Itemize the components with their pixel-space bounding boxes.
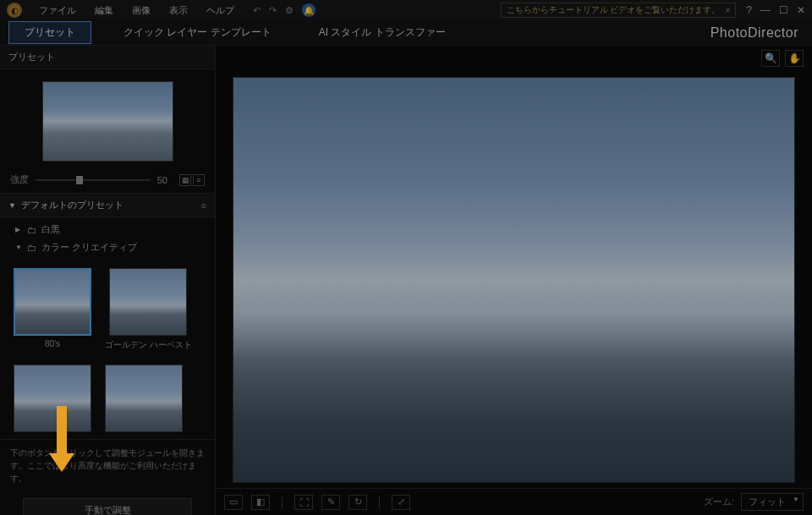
preview-thumbnail[interactable] bbox=[42, 81, 173, 162]
close-icon[interactable]: ✕ bbox=[797, 4, 805, 16]
thumbnail-grid: 80's ゴールデン ハーベスト bbox=[0, 261, 215, 439]
chevron-right-icon: ▶ bbox=[15, 226, 22, 233]
zoom-controls: ズーム: フィット bbox=[704, 493, 804, 511]
preset-thumb-golden[interactable]: ゴールデン ハーベスト bbox=[105, 268, 192, 351]
window-controls: ? — ☐ ✕ bbox=[746, 4, 805, 16]
chevron-down-icon: ▼ bbox=[8, 201, 16, 210]
menu-image[interactable]: 画像 bbox=[123, 2, 159, 19]
tree-item-bw[interactable]: ▶ 🗀 白黒 bbox=[15, 221, 215, 238]
zoom-label: ズーム: bbox=[704, 496, 734, 508]
manual-adjust-button[interactable]: 手動で調整 bbox=[23, 498, 192, 515]
folder-icon: 🗀 bbox=[27, 225, 36, 235]
menu-edit[interactable]: 編集 bbox=[86, 2, 122, 19]
banner-close-icon[interactable]: × bbox=[725, 6, 730, 15]
preset-thumb-80s[interactable]: 80's bbox=[14, 268, 91, 351]
strength-value: 50 bbox=[157, 175, 167, 185]
sidebar: プリセット 強度 50 ▦ ≡ ▼ デフォルトのプリセット ≡ ▶ 🗀 白黒 bbox=[0, 46, 216, 515]
preset-tree: ▶ 🗀 白黒 ▼ 🗀 カラー クリエイティブ bbox=[0, 217, 215, 261]
banner-text: こちらからチュートリアル ビデオをご覧いただけます。 bbox=[507, 4, 721, 16]
canvas-wrap bbox=[216, 71, 812, 488]
brush-icon[interactable]: ✎ bbox=[321, 495, 340, 510]
view-split-icon[interactable]: ◧ bbox=[251, 495, 270, 510]
preset-thumb-3[interactable] bbox=[14, 364, 91, 432]
chevron-down-icon: ▼ bbox=[15, 244, 22, 251]
folder-icon: 🗀 bbox=[27, 243, 36, 253]
grid-view-icon[interactable]: ▦ bbox=[179, 174, 191, 186]
thumb-label: 80's bbox=[45, 339, 60, 348]
separator bbox=[282, 496, 283, 509]
rotate-icon[interactable]: ↻ bbox=[348, 495, 367, 510]
maximize-icon[interactable]: ☐ bbox=[779, 4, 788, 16]
section-default-presets[interactable]: ▼ デフォルトのプリセット ≡ bbox=[0, 193, 215, 217]
gear-icon[interactable]: ⚙ bbox=[285, 5, 294, 16]
minimize-icon[interactable]: — bbox=[760, 4, 771, 16]
thumb-image bbox=[14, 364, 91, 432]
thumb-image bbox=[14, 268, 91, 336]
preview-box bbox=[0, 69, 215, 170]
bottom-bar: ▭ ◧ ⛶ ✎ ↻ ⤢ ズーム: フィット bbox=[216, 488, 812, 515]
undo-icon[interactable]: ↶ bbox=[253, 5, 261, 16]
sidebar-header: プリセット bbox=[0, 46, 215, 69]
tab-ai-style[interactable]: AI スタイル トランスファー bbox=[304, 22, 461, 43]
help-icon[interactable]: ? bbox=[746, 4, 752, 16]
separator bbox=[379, 496, 380, 509]
image-content bbox=[233, 340, 794, 481]
fullscreen-icon[interactable]: ⤢ bbox=[392, 495, 410, 510]
menubar: ◐ ファイル 編集 画像 表示 ヘルプ ↶ ↷ ⚙ 🔔 こちらからチュートリアル… bbox=[0, 0, 812, 20]
canvas-image[interactable] bbox=[233, 77, 795, 483]
brand-label: PhotoDirector bbox=[710, 25, 804, 41]
strength-label: 強度 bbox=[10, 173, 29, 186]
top-icons: ↶ ↷ ⚙ 🔔 bbox=[253, 3, 315, 17]
menu-view[interactable]: 表示 bbox=[161, 2, 196, 19]
list-view-icon[interactable]: ≡ bbox=[193, 174, 205, 186]
tree-label: カラー クリエイティブ bbox=[41, 241, 137, 254]
app-logo-icon: ◐ bbox=[7, 3, 22, 18]
canvas-area: 🔍 ✋ ▭ ◧ ⛶ ✎ ↻ ⤢ ズーム: フィット bbox=[216, 46, 812, 515]
tab-quick-layer[interactable]: クイック レイヤー テンプレート bbox=[108, 22, 287, 43]
tutorial-banner[interactable]: こちらからチュートリアル ビデオをご覧いただけます。 × bbox=[501, 3, 737, 18]
tab-preset[interactable]: プリセット bbox=[8, 21, 91, 44]
menu-help[interactable]: ヘルプ bbox=[198, 2, 243, 19]
redo-icon[interactable]: ↷ bbox=[269, 5, 277, 16]
thumb-image bbox=[105, 364, 183, 432]
strength-row: 強度 50 ▦ ≡ bbox=[0, 170, 215, 193]
strength-slider[interactable] bbox=[36, 179, 151, 181]
section-menu-icon[interactable]: ≡ bbox=[201, 200, 206, 211]
bell-icon[interactable]: 🔔 bbox=[302, 3, 315, 17]
main-area: プリセット 強度 50 ▦ ≡ ▼ デフォルトのプリセット ≡ ▶ 🗀 白黒 bbox=[0, 46, 812, 515]
view-single-icon[interactable]: ▭ bbox=[224, 495, 243, 510]
preset-thumb-4[interactable] bbox=[105, 364, 183, 432]
hint-text: 下のボタンをクリックして調整モジュールを開きます。ここではより高度な機能がご利用… bbox=[0, 439, 215, 491]
crop-icon[interactable]: ⛶ bbox=[294, 495, 313, 510]
zoom-select[interactable]: フィット bbox=[741, 493, 804, 511]
section-label: デフォルトのプリセット bbox=[21, 199, 123, 211]
menu-file[interactable]: ファイル bbox=[30, 2, 85, 19]
thumb-label: ゴールデン ハーベスト bbox=[105, 339, 192, 351]
tree-item-color-creative[interactable]: ▼ 🗀 カラー クリエイティブ bbox=[15, 238, 215, 256]
toolbar: プリセット クイック レイヤー テンプレート AI スタイル トランスファー P… bbox=[0, 20, 812, 46]
canvas-toolbar: 🔍 ✋ bbox=[216, 46, 812, 71]
tree-label: 白黒 bbox=[41, 223, 60, 236]
thumb-image bbox=[109, 268, 187, 336]
pan-icon[interactable]: ✋ bbox=[785, 50, 804, 67]
search-icon[interactable]: 🔍 bbox=[761, 50, 780, 67]
